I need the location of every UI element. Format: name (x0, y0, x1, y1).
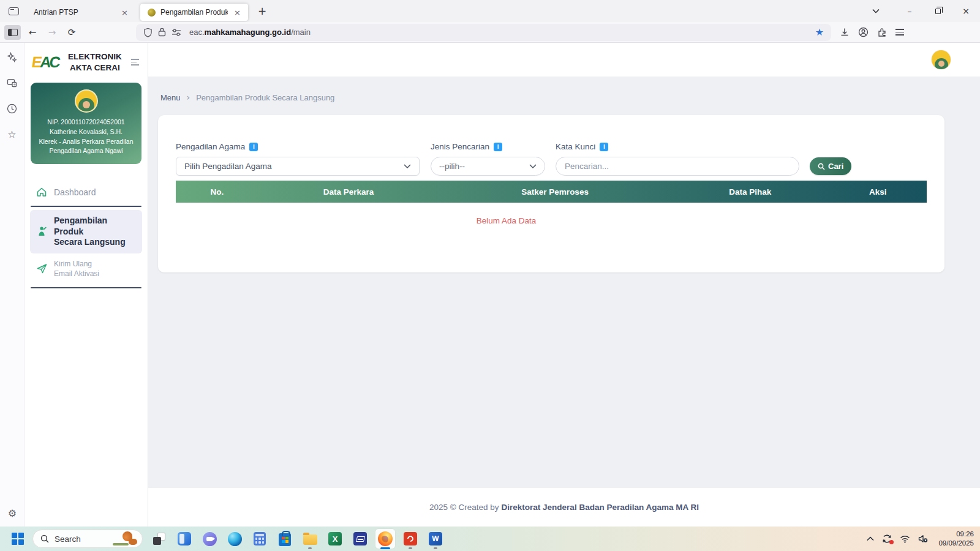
info-icon[interactable]: i (600, 143, 608, 151)
divider (31, 206, 141, 207)
court-field: Pengadilan Agamai Pilih Pengadilan Agama (176, 142, 420, 176)
excel-button[interactable]: X (325, 529, 345, 549)
profile-nip: NIP. 200011072024052001 (36, 118, 137, 127)
task-view-button[interactable] (149, 529, 169, 549)
profile-name: Katherine Kovalaski, S.H. (36, 127, 137, 137)
info-icon[interactable]: i (249, 143, 258, 151)
court-label: Pengadilan Agamai (176, 142, 420, 151)
chevron-down-icon (404, 164, 411, 168)
word-button[interactable]: W (426, 529, 445, 549)
tab-list-chevron-icon[interactable] (872, 9, 880, 13)
forward-button[interactable]: → (44, 24, 60, 40)
app-title: ELEKTRONIKAKTA CERAI (59, 51, 131, 73)
scanner-app-button[interactable] (350, 529, 370, 549)
permissions-icon[interactable] (172, 28, 181, 37)
tab-antrian-ptsp[interactable]: Antrian PTSP × (26, 4, 135, 21)
tracking-shield-icon[interactable] (143, 28, 153, 37)
history-clock-icon[interactable] (7, 103, 18, 114)
breadcrumb-menu-link[interactable]: Menu (160, 93, 181, 102)
downloads-icon[interactable] (840, 28, 850, 37)
folder-icon (303, 534, 317, 545)
person-icon (36, 226, 47, 237)
new-tab-button[interactable]: + (252, 4, 273, 18)
edge-button[interactable] (225, 529, 244, 549)
table-body: Belum Ada Data (176, 203, 927, 248)
tab-favicon (148, 9, 156, 17)
search-placeholder: Search (55, 534, 106, 544)
divider (31, 287, 141, 288)
sidebar-settings-gear-icon[interactable]: ⚙ (0, 508, 24, 519)
app-topbar (148, 43, 980, 77)
app-footer: 2025 © Created by Direktorat Jenderal Ba… (148, 488, 980, 527)
sidebar-item-label: Pengambilan ProdukSecara Langsung (54, 216, 136, 248)
close-icon[interactable]: × (232, 8, 243, 17)
widgets-button[interactable] (175, 529, 194, 549)
reload-button[interactable]: ⟳ (64, 24, 80, 40)
firefox-button[interactable] (375, 529, 395, 549)
minimize-button[interactable]: – (895, 0, 924, 22)
sync-status-icon[interactable] (882, 534, 892, 544)
bookmark-star-icon[interactable]: ★ (815, 28, 824, 37)
time: 09:26 (956, 530, 974, 538)
chevron-right-icon: › (187, 92, 190, 102)
lock-icon[interactable] (158, 28, 166, 37)
calculator-button[interactable] (250, 529, 270, 549)
keyword-field: Kata Kuncii (556, 142, 799, 176)
table-header-row: No. Data Perkara Satker Pemroses Data Pi… (176, 181, 927, 203)
search-icon (40, 534, 49, 543)
extensions-icon[interactable] (877, 28, 887, 37)
column-header: Data Pihak (671, 187, 829, 197)
sidebar-item-pengambilan-produk[interactable]: Pengambilan ProdukSecara Langsung (30, 210, 142, 253)
ai-chatbot-sparkle-icon[interactable] (7, 51, 18, 62)
close-window-button[interactable]: × (952, 0, 980, 22)
url-bar[interactable]: eac.mahkamahagung.go.id/main ★ (136, 24, 831, 41)
scanner-icon (353, 532, 367, 545)
file-explorer-button[interactable] (300, 529, 320, 549)
url-text[interactable]: eac.mahkamahagung.go.id/main (189, 28, 311, 37)
url-path: /main (291, 28, 311, 37)
info-icon[interactable]: i (494, 143, 502, 151)
microsoft-store-button[interactable] (275, 529, 295, 549)
sidebar-collapse-icon[interactable] (131, 59, 139, 66)
account-icon[interactable] (858, 27, 869, 37)
taskbar-search-box[interactable]: Search (32, 530, 143, 548)
menu-icon[interactable] (895, 29, 904, 36)
keyword-input[interactable] (556, 157, 799, 176)
sidebar-toggle-button[interactable] (4, 25, 21, 40)
firefox-icon (378, 531, 393, 546)
search-button[interactable]: Cari (810, 157, 851, 175)
column-header: Aksi (829, 187, 927, 197)
sidebar-item-label: Dashboard (54, 187, 96, 197)
results-table: No. Data Perkara Satker Pemroses Data Pi… (176, 181, 927, 248)
synced-tabs-icon[interactable] (7, 77, 18, 88)
keyword-label: Kata Kuncii (556, 142, 799, 151)
chat-button[interactable] (200, 529, 219, 549)
search-highlight-art-squirrel[interactable] (111, 530, 140, 547)
hidden-icons-chevron-icon[interactable] (867, 536, 874, 541)
search-type-label: Jenis Pencariani (431, 142, 545, 151)
taskbar-clock[interactable]: 09:26 09/09/2025 (938, 530, 974, 548)
main-area: Menu › Pengambilan Produk Secara Langsun… (148, 43, 980, 527)
url-domain: mahkamahagung.go.id (205, 28, 292, 37)
restore-button[interactable] (924, 0, 952, 22)
paper-plane-icon (36, 263, 47, 274)
back-button[interactable]: ← (24, 24, 40, 40)
sidebar-item-kirim-ulang[interactable]: Kirim UlangEmail Aktivasi (30, 253, 142, 284)
sidebar-item-dashboard[interactable]: Dashboard (30, 181, 142, 203)
bookmarks-star-icon[interactable]: ☆ (7, 129, 18, 140)
start-button[interactable] (9, 530, 27, 548)
volume-muted-icon[interactable] (918, 534, 928, 543)
close-icon[interactable]: × (119, 8, 130, 17)
court-select[interactable]: Pilih Pengadilan Agama (176, 157, 420, 176)
firefox-view-button[interactable] (6, 3, 21, 19)
tab-pengambilan-produk[interactable]: Pengambilan ProdukSecara Lan × (140, 4, 248, 21)
user-avatar[interactable] (932, 50, 951, 69)
sidebar-toggle-icon (8, 29, 18, 36)
wifi-icon[interactable] (900, 535, 910, 543)
tab-title: Antrian PTSP (34, 8, 115, 17)
eac-logo: EAC (31, 53, 60, 71)
page-content: Menu › Pengambilan Produk Secara Langsun… (148, 77, 980, 488)
search-type-select[interactable]: --pilih-- (431, 157, 545, 176)
system-tray: 09:26 09/09/2025 (867, 527, 974, 551)
acrobat-button[interactable] (401, 529, 420, 549)
